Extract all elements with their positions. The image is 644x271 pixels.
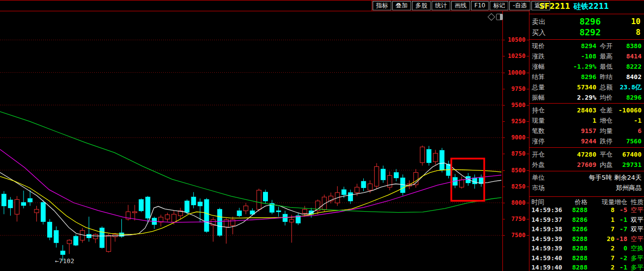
stat-value: 23.8亿 [616, 82, 642, 92]
tape-price: 8288 [559, 263, 587, 271]
tape-volume: 8 [592, 205, 615, 215]
info-right: 郑州商品 [588, 183, 642, 193]
quote-row: 市场郑州商品 [529, 183, 644, 193]
axis-tick [527, 203, 529, 203]
stat-label: 现量 [532, 116, 545, 126]
axis-label-8250: 8250 [503, 183, 526, 190]
section-divider [529, 39, 644, 40]
axis-label-9500: 9500 [503, 102, 526, 108]
quote-row: 单位每手5吨剩余24天 [529, 173, 644, 183]
candle-body-up [15, 199, 19, 214]
quote-row: 振幅2.29%均价8296 [529, 93, 644, 103]
candle-body-down [276, 211, 281, 212]
stat-label: 最低 [600, 62, 613, 72]
info-right: 剩余24天 [588, 173, 642, 183]
stat-value: 8402 [616, 72, 642, 82]
section-divider [529, 14, 644, 14]
stat-label: 现价 [532, 41, 545, 51]
stat-label: 涨停 [532, 136, 545, 146]
tape-volume: 2 [592, 263, 615, 271]
stat-value: 2.29% [547, 93, 596, 103]
tape-nature: 空平 [631, 234, 644, 244]
toolbar: 指标叠加多股统计画线F10标记-自选返回 [373, 1, 550, 10]
axis-label-7500: 7500 [503, 232, 526, 239]
candle-body-down [100, 228, 104, 247]
tape-row: 14:59:39828820-18空平 [529, 234, 644, 244]
candle-body-up [224, 219, 229, 227]
quote-row: 开仓47280平仓67400 [529, 150, 644, 160]
stat-value: 8414 [616, 52, 642, 61]
tape-row: 14:59:3682888-5空平 [529, 205, 644, 215]
section-divider [529, 196, 644, 197]
candle-body-down [60, 251, 65, 254]
quote-row: 外盘27609内盘29731 [529, 160, 644, 170]
candle-body-up [322, 197, 326, 210]
axis-tick [502, 137, 505, 138]
stat-label: 外盘 [532, 160, 545, 170]
axis-tick [502, 187, 505, 187]
quote-panel: 卖出829610买入82928现价8294今开8380涨跌-108最高8414涨… [529, 0, 644, 271]
quote-row: 卖出829610 [529, 17, 644, 27]
stat-label: 最高 [600, 52, 613, 61]
axis-tick [527, 121, 529, 122]
toolbar-button-2[interactable]: 叠加 [392, 1, 411, 10]
toolbar-button-4[interactable]: 统计 [432, 1, 450, 10]
candle-body-down [198, 202, 203, 206]
stat-value: 57340 [547, 82, 596, 92]
tape-row: 14:59:4082887-2多平 [529, 253, 644, 263]
stat-value: 8380 [616, 41, 642, 51]
candle-body-up [368, 184, 372, 190]
stat-value: 8296 [616, 93, 642, 103]
candle-body-up [290, 219, 294, 222]
candle-body-down [87, 234, 91, 238]
candlestick-chart[interactable] [0, 11, 502, 271]
axis-tick [527, 73, 529, 73]
candle-body-down [381, 169, 385, 180]
stat-label: 均价 [600, 93, 613, 103]
axis-tick [502, 154, 505, 154]
stat-label: 总量 [532, 82, 545, 92]
axis-label-8750: 8750 [503, 150, 526, 157]
tape-row: 14:59:3882867-7双平 [529, 224, 644, 234]
axis-label-7750: 7750 [503, 216, 526, 222]
toolbar-button-6[interactable]: F10 [471, 1, 489, 10]
candle-body-up [257, 190, 261, 209]
axis-tick [527, 170, 529, 171]
candle-body-down [440, 150, 444, 170]
toolbar-left-divider [372, 0, 372, 11]
tape-time: 14:59:40 [531, 263, 562, 271]
toolbar-button-7[interactable]: 标记 [490, 1, 508, 10]
toolbar-button-5[interactable]: 画线 [451, 1, 470, 10]
quote-row: 涨停9244跌停7560 [529, 136, 644, 146]
candle-body-down [54, 230, 59, 243]
candle-body-down [74, 236, 78, 245]
price-axis: 1050010250100009750950092509000875085008… [502, 11, 529, 271]
stat-value: 67400 [616, 150, 642, 160]
panel-layout-icon[interactable] [496, 14, 503, 20]
axis-tick [502, 73, 505, 73]
bidask-qty: 8 [608, 27, 641, 37]
candle-body-up [433, 153, 438, 162]
bidask-label: 卖出 [532, 17, 546, 27]
candle-body-down [21, 202, 26, 205]
axis-tick [527, 105, 529, 106]
candle-body-down [139, 199, 144, 211]
axis-tick [527, 235, 529, 236]
tape-volume: 1 [592, 215, 615, 225]
candle-body-down [237, 211, 241, 216]
axis-tick [502, 121, 505, 122]
toolbar-button-3[interactable]: 多股 [412, 1, 431, 10]
stat-value: 7560 [616, 136, 642, 146]
candle-body-down [185, 201, 189, 212]
stat-value: 6 [616, 126, 642, 136]
toolbar-button-1[interactable]: 指标 [373, 1, 391, 10]
candle-body-down [472, 178, 477, 184]
candle-body-down [2, 194, 6, 206]
quote-row: 持仓28403仓差-10060 [529, 106, 644, 115]
candle-body-down [8, 200, 13, 208]
tape-price: 8286 [559, 224, 587, 234]
axis-label-9250: 9250 [503, 118, 526, 125]
tape-volume: 2 [592, 244, 615, 253]
axis-tick [527, 137, 529, 138]
toolbar-button-8[interactable]: -自选 [509, 1, 530, 10]
